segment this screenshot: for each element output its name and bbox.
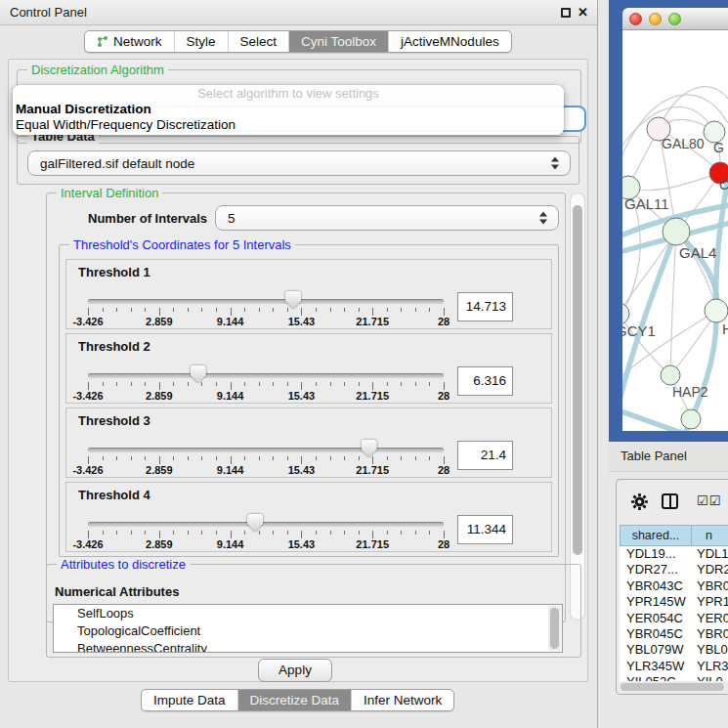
option-manual-discretization[interactable]: Manual Discretization (13, 102, 564, 117)
tab-network[interactable]: Network (85, 31, 174, 52)
network-graph: GAL80GCGAL11GAL4GCY1HHAP2 (622, 30, 728, 431)
network-node[interactable] (661, 365, 680, 385)
scrollbar-thumb[interactable] (550, 608, 559, 649)
column-header-name[interactable]: n (692, 525, 728, 546)
network-node-label: GCY1 (622, 322, 656, 339)
network-node-label: GAL11 (624, 195, 669, 212)
network-tab-icon (97, 35, 108, 49)
network-inner-window: GAL80GCGAL11GAL4GCY1HHAP2 (622, 8, 728, 431)
network-edge (628, 173, 720, 191)
threshold-panel: Threshold 3 -3.4262.8599.14415.4321.7152… (65, 407, 552, 478)
network-node-label: C (719, 177, 728, 193)
numerical-attributes-list[interactable]: SelfLoopsTopologicalCoefficientBetweenne… (53, 604, 563, 653)
table-row[interactable]: YBR045CYBR0 (620, 626, 728, 642)
table-row[interactable]: YDL19...YDL1 (620, 546, 728, 562)
threshold-value-field[interactable]: 21.4 (457, 441, 513, 470)
tab-impute-data[interactable]: Impute Data (142, 690, 237, 710)
horizontal-scrollbar[interactable] (621, 683, 724, 691)
control-panel-title: Control Panel (10, 0, 87, 24)
table-panel: ☑☑ shared... n YDL19...YDL1YDR27...YDR2Y… (616, 479, 728, 695)
algorithm-dropdown-popup: Select algorithm to view settings Manual… (13, 85, 564, 135)
slider-track[interactable] (88, 373, 444, 378)
scrollbar-thumb[interactable] (573, 205, 582, 555)
slider-handle[interactable] (362, 440, 377, 457)
attribute-item[interactable]: BetweennessCentrality (54, 640, 562, 653)
network-node[interactable] (622, 303, 629, 324)
number-of-intervals-value: 5 (228, 206, 236, 231)
column-header-shared-name[interactable]: shared... (620, 525, 692, 546)
network-edge (670, 232, 676, 375)
bottom-tab-bar: Impute Data Discretize Data Infer Networ… (141, 689, 454, 711)
thresholds-group: Threshold's Coordinates for 5 Intervals … (59, 244, 559, 557)
network-node-label: H (722, 321, 728, 337)
tab-network-label: Network (113, 31, 162, 53)
apply-button[interactable]: Apply (258, 659, 332, 682)
threshold-panel: Threshold 4 -3.4262.8599.14415.4321.7152… (65, 482, 552, 552)
minimize-window-icon[interactable] (649, 13, 662, 25)
tab-cyni-toolbox[interactable]: Cyni Toolbox (288, 31, 388, 52)
threshold-label: Threshold 1 (78, 265, 150, 279)
attribute-item[interactable]: TopologicalCoefficient (54, 622, 562, 640)
split-view-icon[interactable] (662, 493, 678, 509)
attribute-items: SelfLoopsTopologicalCoefficientBetweenne… (54, 605, 562, 653)
numerical-attributes-label: Numerical Attributes (55, 584, 179, 599)
control-panel-titlebar: Control Panel ✕ (0, 0, 597, 25)
close-window-icon[interactable] (629, 13, 642, 25)
combo-stepper-icon (551, 157, 559, 170)
list-vertical-scrollbar[interactable] (548, 606, 561, 651)
table-row[interactable]: YBR043CYBR0 (620, 578, 728, 594)
threshold-label: Threshold 2 (78, 339, 150, 354)
threshold-value-field[interactable]: 6.316 (457, 366, 513, 396)
table-data-group: Table Data galFiltered.sif default node (17, 136, 579, 185)
tab-style[interactable]: Style (174, 31, 228, 52)
network-window-titlebar (622, 8, 728, 30)
checkbox-icons[interactable]: ☑☑ (697, 493, 721, 508)
table-rows: YDL19...YDL1YDR27...YDR2YBR043CYBR0YPR14… (620, 546, 728, 681)
table-row[interactable]: YBL079WYBL0 (620, 642, 728, 658)
slider-tick-labels: -3.4262.8599.14415.4321.71528 (88, 390, 444, 402)
network-node-label: GAL4 (679, 244, 716, 261)
network-node[interactable] (705, 299, 728, 322)
close-icon[interactable]: ✕ (578, 5, 588, 20)
table-row[interactable]: YDR27...YDR2 (620, 562, 728, 578)
table-row[interactable]: YPR145WYPR1 (620, 594, 728, 610)
table-row[interactable]: YLR345WYLR3 (620, 659, 728, 674)
threshold-value-field[interactable]: 11.344 (457, 515, 513, 544)
threshold-label: Threshold 3 (78, 413, 150, 428)
slider-handle[interactable] (247, 514, 263, 532)
table-panel-title: Table Panel (621, 442, 687, 471)
tab-infer-network[interactable]: Infer Network (351, 690, 453, 710)
threshold-value-field[interactable]: 14.713 (457, 292, 513, 321)
table-data-select[interactable]: galFiltered.sif default node (27, 150, 571, 176)
tab-discretize-data[interactable]: Discretize Data (237, 690, 352, 710)
slider-handle[interactable] (285, 291, 301, 309)
table-toolbar: ☑☑ (617, 480, 728, 524)
attribute-item[interactable]: SelfLoops (54, 605, 562, 622)
network-node-label: GAL80 (662, 136, 705, 151)
gear-icon[interactable] (630, 492, 649, 515)
network-node-label: G (713, 140, 724, 155)
network-node[interactable] (663, 218, 690, 245)
slider-track[interactable] (88, 522, 444, 527)
slider-track[interactable] (88, 448, 444, 452)
slider-track[interactable] (88, 299, 444, 304)
table-panel-header: Table Panel (609, 442, 728, 472)
table-row[interactable]: YER054CYER0 (620, 611, 728, 626)
option-equal-width-frequency[interactable]: Equal Width/Frequency Discretization (13, 117, 564, 133)
slider-handle[interactable] (191, 365, 206, 383)
cyni-toolbox-panel: Discretization Algorithm Select algorith… (8, 59, 588, 682)
tab-jactivemnodules[interactable]: jActiveMNodules (388, 31, 511, 52)
network-edge-thick (622, 409, 728, 431)
network-node[interactable] (681, 409, 701, 429)
tab-select[interactable]: Select (228, 31, 289, 52)
zoom-window-icon[interactable] (668, 13, 681, 25)
threshold-panel: Threshold 2 -3.4262.8599.14415.4321.7152… (65, 333, 552, 404)
algorithm-placeholder-option[interactable]: Select algorithm to view settings (13, 85, 564, 102)
vertical-scrollbar[interactable] (570, 193, 585, 621)
network-canvas[interactable]: GAL80GCGAL11GAL4GCY1HHAP2 (622, 30, 728, 431)
slider-tick-labels: -3.4262.8599.14415.4321.71528 (88, 538, 444, 550)
float-window-icon[interactable] (561, 8, 571, 18)
number-of-intervals-select[interactable]: 5 (215, 205, 559, 231)
attributes-group-title: Attributes to discretize (57, 557, 190, 572)
table-row[interactable]: YIL052CYIL0 (620, 674, 728, 681)
